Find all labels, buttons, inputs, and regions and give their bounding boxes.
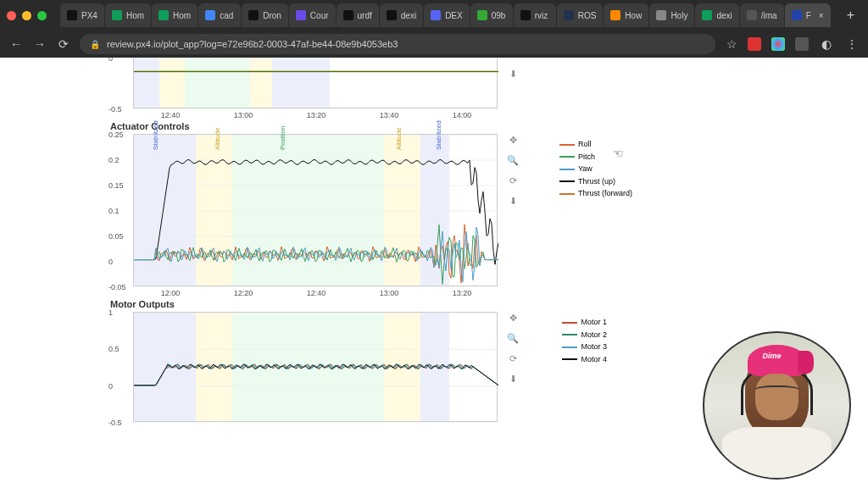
chart-title: Motor Outputs: [110, 299, 765, 309]
extension-icons: ◐ ⋮: [748, 37, 860, 51]
y-tick-label: 0.2: [108, 156, 120, 164]
browser-tab[interactable]: Cour: [289, 3, 336, 27]
cursor-icon: ☜: [613, 147, 624, 160]
x-tick-label: 13:00: [380, 289, 399, 297]
download-tool-button[interactable]: ⬇: [505, 196, 520, 211]
menu-button[interactable]: ⋮: [844, 37, 860, 51]
browser-tab[interactable]: urdf: [337, 3, 379, 27]
minimize-window-button[interactable]: [22, 11, 31, 20]
y-tick-label: -0.5: [108, 419, 122, 427]
close-window-button[interactable]: [7, 11, 16, 20]
y-tick-label: 0.25: [108, 130, 124, 139]
window-controls: [7, 11, 47, 20]
legend-item[interactable]: Thrust (forward): [559, 188, 632, 200]
browser-tab[interactable]: Hom: [152, 3, 198, 27]
x-tick-label: 13:20: [453, 289, 472, 297]
reset-tool-button[interactable]: ⟳: [505, 58, 520, 64]
browser-tab[interactable]: cad: [198, 3, 241, 27]
browser-nav-bar: ← → ⟳ 🔒 review.px4.io/plot_app?log=e72e9…: [0, 30, 868, 58]
reset-tool-button[interactable]: ⟳: [505, 353, 520, 369]
profile-button[interactable]: ◐: [819, 37, 834, 51]
download-tool-button[interactable]: ⬇: [505, 69, 520, 84]
browser-tab[interactable]: Dron: [242, 3, 288, 27]
maximize-window-button[interactable]: [37, 11, 47, 20]
x-tick-label: 12:40: [307, 289, 326, 297]
extension-icon[interactable]: [795, 37, 809, 51]
pan-tool-button[interactable]: ✥: [505, 313, 520, 328]
browser-tabs: PX4HomHomcadDronCoururdfdexiDEX09brvizRO…: [60, 3, 835, 27]
browser-tab[interactable]: F×: [785, 3, 831, 27]
browser-tab-strip: PX4HomHomcadDronCoururdfdexiDEX09brvizRO…: [0, 0, 868, 30]
browser-tab[interactable]: DEX: [424, 3, 470, 27]
plot-area[interactable]: -0.500.51Motor 1Motor 2Motor 3Motor 4✥🔍⟳…: [133, 312, 498, 422]
browser-tab[interactable]: ROS: [557, 3, 604, 27]
download-tool-button[interactable]: ⬇: [505, 374, 520, 389]
extension-icon[interactable]: [771, 37, 785, 51]
y-tick-label: 0.05: [108, 232, 124, 241]
url-text: review.px4.io/plot_app?log=e72e96b2-0003…: [107, 39, 398, 49]
legend-item[interactable]: Motor 3: [562, 341, 607, 353]
y-tick-label: 0.5: [108, 345, 120, 353]
forward-button[interactable]: →: [32, 37, 47, 51]
x-tick-label: 13:40: [380, 111, 399, 119]
reload-button[interactable]: ⟳: [56, 37, 71, 51]
new-tab-button[interactable]: +: [840, 8, 861, 23]
y-tick-label: -0.05: [108, 283, 126, 291]
x-tick-label: 12:00: [161, 289, 181, 297]
zoom-tool-button[interactable]: 🔍: [505, 333, 520, 348]
chart: Motor Outputs-0.500.51Motor 1Motor 2Moto…: [103, 299, 765, 422]
chart-toolbar: ✥🔍⟳⬇: [505, 58, 520, 84]
x-tick-label: 13:00: [234, 111, 253, 119]
browser-tab[interactable]: dexi: [380, 3, 423, 27]
cap-text: Dime: [762, 352, 781, 360]
y-tick-label: 0: [108, 382, 113, 391]
legend-item[interactable]: Motor 1: [562, 317, 607, 329]
back-button[interactable]: ←: [8, 37, 24, 51]
lock-icon: 🔒: [90, 40, 100, 49]
zoom-tool-button[interactable]: 🔍: [505, 155, 520, 170]
plot-area[interactable]: StabilizedAltitudePositionAltitudeStabil…: [133, 134, 498, 286]
chart-legend: Motor 1Motor 2Motor 3Motor 4: [562, 317, 607, 366]
x-tick-label: 12:20: [234, 289, 253, 297]
x-tick-label: 13:20: [307, 111, 326, 119]
legend-item[interactable]: Thrust (up): [559, 176, 632, 188]
chart-legend: Aux1Aux2Flight ModeKill Switch: [548, 58, 607, 61]
browser-tab[interactable]: Hom: [105, 3, 151, 27]
plot-area[interactable]: -0.500.512:4013:0013:2013:4014:00Aux1Aux…: [133, 58, 498, 108]
legend-item[interactable]: Motor 4: [562, 354, 607, 366]
chart: Actuator ControlsStabilizedAltitudePosit…: [103, 121, 765, 286]
legend-item[interactable]: Yaw: [559, 164, 632, 175]
chart-toolbar: ✥🔍⟳⬇: [505, 135, 520, 211]
extension-icon[interactable]: [748, 37, 761, 51]
browser-tab[interactable]: PX4: [60, 3, 104, 27]
y-tick-label: 0.1: [108, 207, 120, 215]
bookmark-star-button[interactable]: ☆: [724, 37, 739, 51]
y-tick-label: 0: [108, 258, 113, 266]
pan-tool-button[interactable]: ✥: [505, 135, 520, 150]
chart-toolbar: ✥🔍⟳⬇: [505, 313, 520, 389]
reset-tool-button[interactable]: ⟳: [505, 175, 520, 191]
browser-tab[interactable]: rviz: [514, 3, 556, 27]
x-tick-label: 12:40: [161, 111, 181, 119]
webcam-overlay: Dime: [703, 331, 851, 480]
browser-tab[interactable]: dexi: [695, 3, 738, 27]
x-tick-label: 14:00: [453, 111, 472, 119]
y-tick-label: -0.5: [108, 105, 122, 114]
y-tick-label: 0: [108, 58, 113, 63]
browser-tab[interactable]: How: [604, 3, 648, 27]
address-bar[interactable]: 🔒 review.px4.io/plot_app?log=e72e96b2-00…: [80, 34, 715, 54]
legend-item[interactable]: Kill Switch: [548, 58, 607, 60]
y-tick-label: 0.15: [108, 181, 124, 190]
browser-tab[interactable]: Holy: [649, 3, 694, 27]
browser-tab[interactable]: /ima: [740, 3, 784, 27]
legend-item[interactable]: Motor 2: [562, 330, 607, 341]
chart: -0.500.512:4013:0013:2013:4014:00Aux1Aux…: [103, 58, 765, 108]
browser-tab[interactable]: 09b: [470, 3, 513, 27]
y-tick-label: 1: [108, 308, 113, 317]
